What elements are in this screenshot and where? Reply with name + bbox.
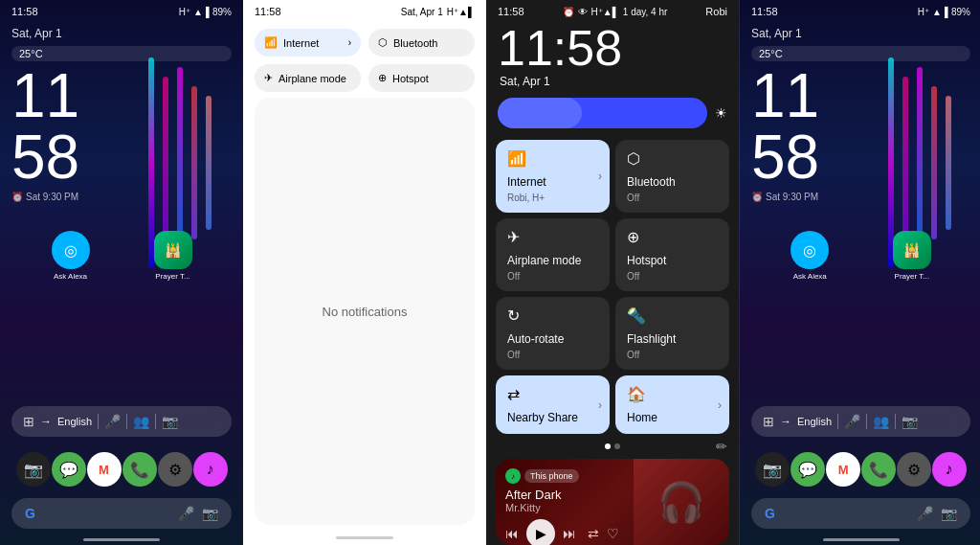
bluetooth-tile[interactable]: ⬡ Bluetooth Off xyxy=(615,140,729,213)
bluetooth-subtitle: Off xyxy=(627,193,718,203)
alarm-time-1: Sat 9:30 PM xyxy=(26,192,78,202)
qs-status-time: 11:58 xyxy=(498,6,524,17)
quick-tiles-row1: 📶 Internet › ⬡ Bluetooth xyxy=(243,23,486,62)
prayer-app-icon-1[interactable]: 🕌 xyxy=(154,231,192,269)
autorotate-tile[interactable]: ↻ Auto-rotate Off xyxy=(496,297,610,370)
home-title: Home xyxy=(627,411,718,424)
dot-1 xyxy=(605,443,611,449)
nearby-title: Nearby Share xyxy=(507,411,598,424)
shuffle-button[interactable]: ⇄ xyxy=(588,526,599,541)
notif-status-date: Sat, Apr 1 xyxy=(401,7,443,17)
translate-bar-1[interactable]: ⊞ → English 🎤 👥 📷 xyxy=(11,406,232,437)
home-tile[interactable]: 🏠 Home › xyxy=(615,375,729,434)
home-date-4: Sat, Apr 1 xyxy=(740,23,980,44)
mic-icon-4[interactable]: 🎤 xyxy=(844,414,860,429)
qs-status-right: ⏰ 👁 H⁺▲▌ 1 day, 4 hr xyxy=(563,7,668,17)
alarm-time-4: Sat 9:30 PM xyxy=(766,192,818,202)
mic-search-icon-4[interactable]: 🎤 xyxy=(917,506,933,521)
internet-subtitle: Robi, H+ xyxy=(507,193,598,203)
alexa-app-icon-4[interactable]: ◎ xyxy=(791,231,829,269)
heart-button[interactable]: ♡ xyxy=(607,526,619,541)
airplane-icon: ✈ xyxy=(507,228,598,246)
internet-tile-mini[interactable]: 📶 Internet › xyxy=(255,29,361,57)
quick-tiles-row2: ✈ Airplane mode ⊕ Hotspot xyxy=(243,62,486,98)
translate-lang-4: English xyxy=(797,416,832,427)
hotspot-tile-mini[interactable]: ⊕ Hotspot xyxy=(368,64,475,92)
airplane-tile[interactable]: ✈ Airplane mode Off xyxy=(496,218,610,291)
dock-gmail-1[interactable]: M xyxy=(87,452,122,487)
home-apps-row-1: ◎ Ask Alexa 🕌 Prayer T... xyxy=(0,223,243,288)
brightness-row: ☀ xyxy=(486,90,739,136)
dock-messages-4[interactable]: 💬 xyxy=(791,452,825,487)
lens-icon-1[interactable]: 📷 xyxy=(202,506,218,521)
dock-music-4[interactable]: ♪ xyxy=(932,452,967,487)
next-button[interactable]: ⏭ xyxy=(563,526,576,541)
edit-icon[interactable]: ✏ xyxy=(716,439,727,454)
airplane-tile-mini[interactable]: ✈ Airplane mode xyxy=(255,64,361,92)
hotspot-icon-mini: ⊕ xyxy=(378,72,387,84)
lens-icon-4[interactable]: 📷 xyxy=(941,506,957,521)
dock-1: 📷 💬 M 📞 ⚙ ♪ xyxy=(0,444,243,494)
qs-uptime: 1 day, 4 hr xyxy=(623,7,668,17)
bluetooth-icon-mini: ⬡ xyxy=(378,36,388,49)
dock-messages-1[interactable]: 💬 xyxy=(52,452,86,487)
alarm-icon-4: ⏰ xyxy=(751,192,763,202)
mic-search-icon-1[interactable]: 🎤 xyxy=(178,506,194,521)
dock-phone-1[interactable]: 📞 xyxy=(122,452,157,487)
qs-eye-icon: 👁 xyxy=(578,7,588,17)
autorotate-subtitle: Off xyxy=(507,350,598,360)
panel-3-quick-settings: 11:58 ⏰ 👁 H⁺▲▌ 1 day, 4 hr Robi 11:58 Sa… xyxy=(486,0,739,545)
home-clock-1: 11 58 xyxy=(0,63,243,190)
dock-camera-1[interactable]: 📷 xyxy=(16,452,51,487)
internet-tile[interactable]: 📶 Internet Robi, H+ › xyxy=(496,140,610,213)
hotspot-subtitle: Off xyxy=(627,271,718,282)
alexa-label-4: Ask Alexa xyxy=(793,272,827,281)
google-search-1[interactable]: G 🎤 📷 xyxy=(11,498,232,529)
mic-icon-1[interactable]: 🎤 xyxy=(104,414,121,429)
panel-2-notifications: 11:58 Sat, Apr 1 H⁺▲▌ 📶 Internet › ⬡ Blu… xyxy=(243,0,486,545)
page-dots xyxy=(601,440,624,453)
prev-button[interactable]: ⏮ xyxy=(505,526,519,541)
prayer-label-4: Prayer T... xyxy=(895,272,929,281)
qs-alarm-icon: ⏰ xyxy=(563,7,574,17)
notif-status-time: 11:58 xyxy=(255,6,281,17)
dock-camera-4[interactable]: 📷 xyxy=(755,452,790,487)
dock-gmail-4[interactable]: M xyxy=(826,452,860,487)
airplane-icon-mini: ✈ xyxy=(264,72,273,84)
translate-icon-4: ⊞ xyxy=(763,414,774,429)
status-bar-1: 11:58 H⁺ ▲ ▌89% xyxy=(0,0,243,23)
hotspot-tile[interactable]: ⊕ Hotspot Off xyxy=(615,218,729,291)
prayer-app-icon-4[interactable]: 🕌 xyxy=(893,231,931,269)
alexa-app-icon-1[interactable]: ◎ xyxy=(52,231,90,269)
people-icon-1[interactable]: 👥 xyxy=(133,414,149,429)
signal-icon: H⁺ xyxy=(179,7,190,17)
airplane-subtitle: Off xyxy=(507,271,598,282)
media-controls: ⏮ ▶ ⏭ ⇄ ♡ xyxy=(505,519,720,545)
brightness-slider[interactable] xyxy=(498,98,707,128)
internet-icon: 📶 xyxy=(507,149,598,168)
autorotate-icon: ↻ xyxy=(507,307,598,325)
status-time-1: 11:58 xyxy=(11,6,38,17)
flashlight-subtitle: Off xyxy=(627,350,718,360)
people-icon-4[interactable]: 👥 xyxy=(873,414,889,429)
play-button[interactable]: ▶ xyxy=(526,519,555,545)
signal-icon-4: H⁺ xyxy=(918,7,929,17)
dock-settings-4[interactable]: ⚙ xyxy=(897,452,931,487)
flashlight-tile[interactable]: 🔦 Flashlight Off xyxy=(615,297,729,370)
home-icon: 🏠 xyxy=(627,385,718,403)
nearby-share-tile[interactable]: ⇄ Nearby Share › xyxy=(496,375,610,434)
alarm-1: ⏰ Sat 9:30 PM xyxy=(0,190,243,204)
camera-translate-icon-1[interactable]: 📷 xyxy=(162,414,178,429)
bluetooth-tile-mini[interactable]: ⬡ Bluetooth xyxy=(368,29,475,57)
dock-music-1[interactable]: ♪ xyxy=(193,452,228,487)
camera-translate-icon-4[interactable]: 📷 xyxy=(902,414,918,429)
google-search-4[interactable]: G 🎤 📷 xyxy=(751,498,970,529)
nearby-icon: ⇄ xyxy=(507,385,598,403)
dock-settings-1[interactable]: ⚙ xyxy=(158,452,192,487)
alarm-4: ⏰ Sat 9:30 PM xyxy=(740,190,980,204)
spotify-icon: ♪ xyxy=(505,468,521,484)
qs-tiles-grid: 📶 Internet Robi, H+ › ⬡ Bluetooth Off ✈ … xyxy=(486,136,739,438)
media-player: 🎧 ♪ This phone After Dark Mr.Kitty ⏮ ▶ ⏭… xyxy=(496,459,729,545)
translate-bar-4[interactable]: ⊞ → English 🎤 👥 📷 xyxy=(751,406,970,437)
dock-phone-4[interactable]: 📞 xyxy=(861,452,896,487)
